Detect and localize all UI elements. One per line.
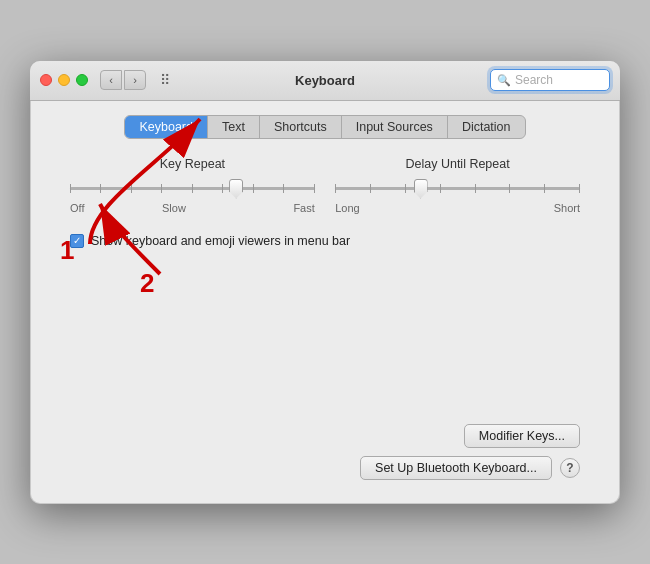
checkbox-checkmark: ✓ <box>73 236 81 246</box>
tabs-bar: Keyboard Text Shortcuts Input Sources Di… <box>50 115 600 139</box>
checkbox-row: ✓ Show keyboard and emoji viewers in men… <box>50 234 600 248</box>
back-button[interactable]: ‹ <box>100 70 122 90</box>
sliders-row: Key Repeat <box>50 157 600 214</box>
bottom-buttons: Modifier Keys... Set Up Bluetooth Keyboa… <box>50 424 600 484</box>
key-repeat-label: Key Repeat <box>160 157 225 171</box>
modifier-keys-button[interactable]: Modifier Keys... <box>464 424 580 448</box>
content-area: Keyboard Text Shortcuts Input Sources Di… <box>30 101 620 504</box>
delay-repeat-ends: Long Short <box>335 202 580 214</box>
tab-shortcuts[interactable]: Shortcuts <box>260 116 342 138</box>
forward-button[interactable]: › <box>124 70 146 90</box>
traffic-lights <box>40 74 88 86</box>
delay-repeat-line <box>335 187 580 190</box>
search-input[interactable] <box>515 73 603 87</box>
key-repeat-ends: Off Slow Fast <box>70 202 315 214</box>
annotation-number-2: 2 <box>140 268 154 298</box>
bluetooth-row: Set Up Bluetooth Keyboard... ? <box>360 456 580 480</box>
tab-dictation[interactable]: Dictation <box>448 116 525 138</box>
setup-bluetooth-button[interactable]: Set Up Bluetooth Keyboard... <box>360 456 552 480</box>
modifier-keys-row: Modifier Keys... <box>464 424 580 448</box>
delay-repeat-track <box>335 179 580 199</box>
maximize-button[interactable] <box>76 74 88 86</box>
delay-repeat-thumb[interactable] <box>414 179 428 199</box>
window-inner: ‹ › ⠿ Keyboard 🔍 Keyboard Text Shortcuts… <box>30 61 620 504</box>
key-repeat-thumb[interactable] <box>229 179 243 199</box>
help-button[interactable]: ? <box>560 458 580 478</box>
nav-buttons: ‹ › <box>100 70 146 90</box>
emoji-viewer-label: Show keyboard and emoji viewers in menu … <box>91 234 350 248</box>
minimize-button[interactable] <box>58 74 70 86</box>
key-repeat-slow-label: Slow <box>162 202 186 214</box>
tab-text[interactable]: Text <box>208 116 260 138</box>
key-repeat-line <box>70 187 315 190</box>
key-repeat-track <box>70 179 315 199</box>
grid-button[interactable]: ⠿ <box>154 70 176 90</box>
search-icon: 🔍 <box>497 74 511 87</box>
close-button[interactable] <box>40 74 52 86</box>
delay-repeat-label: Delay Until Repeat <box>405 157 509 171</box>
annotation-area: 1 2 <box>50 264 600 424</box>
keyboard-preferences-window: ‹ › ⠿ Keyboard 🔍 Keyboard Text Shortcuts… <box>30 61 620 504</box>
key-repeat-fast-label: Fast <box>293 202 314 214</box>
emoji-viewer-checkbox[interactable]: ✓ <box>70 234 84 248</box>
tab-container: Keyboard Text Shortcuts Input Sources Di… <box>124 115 525 139</box>
delay-repeat-long-label: Long <box>335 202 359 214</box>
key-repeat-group: Key Repeat <box>70 157 315 214</box>
delay-repeat-group: Delay Until Repeat <box>335 157 580 214</box>
tab-input-sources[interactable]: Input Sources <box>342 116 448 138</box>
key-repeat-off-label: Off <box>70 202 84 214</box>
delay-repeat-short-label: Short <box>554 202 580 214</box>
search-box[interactable]: 🔍 <box>490 69 610 91</box>
titlebar: ‹ › ⠿ Keyboard 🔍 <box>30 61 620 101</box>
window-title: Keyboard <box>295 73 355 88</box>
tab-keyboard[interactable]: Keyboard <box>125 116 208 138</box>
